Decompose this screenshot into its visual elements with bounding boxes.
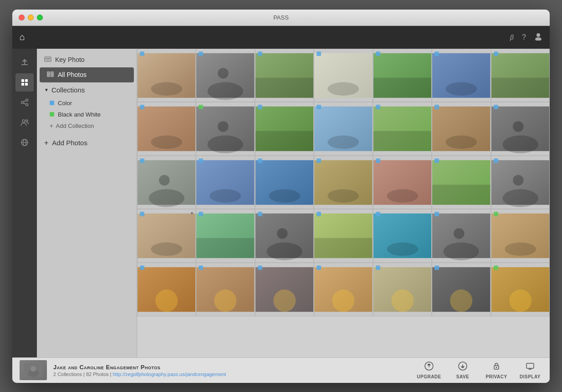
photo-cell[interactable] xyxy=(196,263,255,316)
selection-dot[interactable] xyxy=(376,212,380,216)
photo-cell[interactable] xyxy=(491,102,550,156)
photo-cell[interactable] xyxy=(255,209,314,263)
collection-item-bw[interactable]: Black and White xyxy=(37,109,137,120)
photo-cell[interactable] xyxy=(196,102,255,156)
photo-cell[interactable] xyxy=(373,263,432,316)
display-action[interactable]: DISPLAY xyxy=(518,361,542,379)
selection-dot[interactable] xyxy=(258,158,262,163)
photo-cell[interactable] xyxy=(432,209,490,263)
photo-cell[interactable] xyxy=(314,156,373,209)
photo-cell[interactable]: ▼ xyxy=(137,209,196,263)
selection-dot[interactable] xyxy=(199,105,203,109)
selection-dot[interactable] xyxy=(140,212,144,216)
selection-dot[interactable] xyxy=(434,105,439,109)
selection-dot[interactable] xyxy=(140,158,144,163)
svg-point-80 xyxy=(387,243,418,256)
photo-cell[interactable] xyxy=(373,102,432,156)
selection-dot[interactable] xyxy=(258,265,262,270)
svg-point-64 xyxy=(387,189,418,202)
sidebar-item-all-photos[interactable]: All Photos xyxy=(40,67,134,82)
photo-cell[interactable] xyxy=(491,156,550,209)
svg-point-52 xyxy=(502,136,538,153)
selection-dot[interactable] xyxy=(258,212,262,216)
photo-cell[interactable] xyxy=(196,209,255,263)
gallery-url[interactable]: http://zegolfphotography.pass.us/jandcen… xyxy=(113,372,226,377)
selection-dot[interactable] xyxy=(376,51,380,56)
nav-share[interactable] xyxy=(15,93,34,112)
selection-dot[interactable] xyxy=(317,158,321,163)
photo-cell[interactable] xyxy=(491,263,550,316)
photo-cell[interactable] xyxy=(196,49,255,102)
photo-cell[interactable] xyxy=(255,156,314,209)
help-icon[interactable]: ? xyxy=(522,33,526,41)
photo-cell[interactable] xyxy=(314,263,373,316)
photo-cell[interactable] xyxy=(373,49,432,102)
nav-upload[interactable] xyxy=(15,53,34,71)
user-icon[interactable] xyxy=(534,32,542,42)
selection-dot[interactable] xyxy=(494,158,498,163)
photo-cell[interactable] xyxy=(432,263,490,316)
selection-dot[interactable] xyxy=(317,51,321,56)
photo-cell[interactable] xyxy=(432,49,490,102)
nav-globe[interactable] xyxy=(15,133,34,152)
selection-dot[interactable] xyxy=(434,51,439,56)
selection-dot[interactable] xyxy=(317,265,321,270)
selection-dot[interactable] xyxy=(376,105,380,109)
bw-collection-dot xyxy=(50,112,54,117)
photo-cell[interactable] xyxy=(432,102,490,156)
svg-rect-29 xyxy=(255,77,313,97)
selection-dot[interactable] xyxy=(140,51,144,56)
collection-item-color[interactable]: Color xyxy=(37,97,137,109)
add-photos-button[interactable]: + Add Photos xyxy=(37,134,137,152)
photo-cell[interactable] xyxy=(137,49,196,102)
photo-cell[interactable] xyxy=(373,209,432,263)
selection-dot[interactable] xyxy=(494,105,498,109)
gallery-info: Jake and Caroline Engagement Photos 2 Co… xyxy=(53,364,417,377)
upgrade-action[interactable]: UPGRADE xyxy=(417,361,441,379)
photo-cell[interactable] xyxy=(314,209,373,263)
selection-dot[interactable] xyxy=(199,265,203,270)
selection-dot[interactable] xyxy=(317,212,321,216)
selection-dot[interactable] xyxy=(434,212,439,216)
photo-cell[interactable] xyxy=(137,156,196,209)
photo-cell[interactable] xyxy=(491,209,550,263)
selection-dot[interactable] xyxy=(199,212,203,216)
selection-dot[interactable] xyxy=(434,265,439,270)
selection-dot[interactable] xyxy=(434,158,439,163)
collections-header[interactable]: ▼ Collections xyxy=(37,82,137,97)
close-button[interactable] xyxy=(19,15,25,20)
photo-cell[interactable] xyxy=(255,49,314,102)
add-collection-button[interactable]: + Add Collection xyxy=(37,120,137,132)
selection-dot[interactable] xyxy=(494,212,498,216)
selection-dot[interactable] xyxy=(140,265,144,270)
photo-cell[interactable] xyxy=(314,49,373,102)
photo-cell[interactable] xyxy=(373,156,432,209)
sidebar-item-key-photo[interactable]: Key Photo xyxy=(37,52,137,67)
selection-dot[interactable] xyxy=(258,51,262,56)
nav-grid[interactable] xyxy=(15,73,34,92)
photo-cell[interactable] xyxy=(314,102,373,156)
photo-cell[interactable] xyxy=(255,102,314,156)
selection-dot[interactable] xyxy=(317,105,321,109)
photo-cell[interactable] xyxy=(432,156,490,209)
minimize-button[interactable] xyxy=(28,15,34,20)
selection-dot[interactable] xyxy=(494,51,498,56)
selection-dot[interactable] xyxy=(376,265,380,270)
home-icon[interactable]: ⌂ xyxy=(20,32,25,42)
photo-cell[interactable] xyxy=(137,263,196,316)
photo-cell[interactable] xyxy=(255,263,314,316)
selection-dot[interactable] xyxy=(494,265,498,270)
selection-dot[interactable] xyxy=(199,158,203,163)
maximize-button[interactable] xyxy=(37,15,43,20)
selection-dot[interactable] xyxy=(258,105,262,109)
photo-cell[interactable] xyxy=(196,156,255,209)
save-action[interactable]: SAVE xyxy=(450,361,475,379)
selection-dot[interactable] xyxy=(140,105,144,109)
nav-people[interactable] xyxy=(15,113,34,132)
selection-dot[interactable] xyxy=(199,51,203,56)
photo-cell[interactable] xyxy=(137,102,196,156)
privacy-action[interactable]: PRIVACY xyxy=(484,361,509,379)
dropdown-indicator[interactable]: ▼ xyxy=(190,211,194,216)
photo-cell[interactable] xyxy=(491,49,550,102)
selection-dot[interactable] xyxy=(376,158,380,163)
